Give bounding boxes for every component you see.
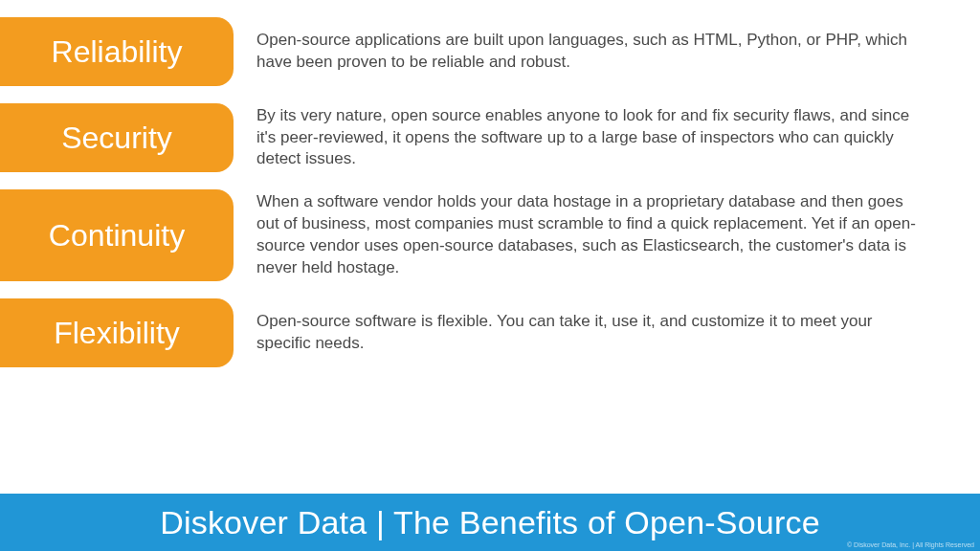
item-reliability: Reliability Open-source applications are…: [0, 17, 980, 86]
item-security: Security By its very nature, open source…: [0, 103, 980, 172]
desc-continuity: When a software vendor holds your data h…: [234, 191, 961, 279]
tag-flexibility: Flexibility: [0, 298, 234, 367]
tag-continuity: Continuity: [0, 189, 234, 281]
item-flexibility: Flexibility Open-source software is flex…: [0, 298, 980, 367]
tag-label: Flexibility: [54, 316, 180, 351]
footer-title: Diskover Data | The Benefits of Open-Sou…: [160, 504, 820, 541]
footer-bar: Diskover Data | The Benefits of Open-Sou…: [0, 494, 980, 551]
tag-reliability: Reliability: [0, 17, 234, 86]
tag-label: Security: [61, 121, 172, 156]
desc-security: By its very nature, open source enables …: [234, 105, 961, 171]
desc-flexibility: Open-source software is flexible. You ca…: [234, 311, 961, 355]
tag-security: Security: [0, 103, 234, 172]
content-area: Reliability Open-source applications are…: [0, 0, 980, 385]
tag-label: Continuity: [49, 218, 185, 253]
tag-label: Reliability: [52, 34, 183, 70]
footer-copyright: © Diskover Data, Inc. | All Rights Reser…: [847, 541, 974, 548]
item-continuity: Continuity When a software vendor holds …: [0, 189, 980, 281]
desc-reliability: Open-source applications are built upon …: [234, 30, 961, 74]
